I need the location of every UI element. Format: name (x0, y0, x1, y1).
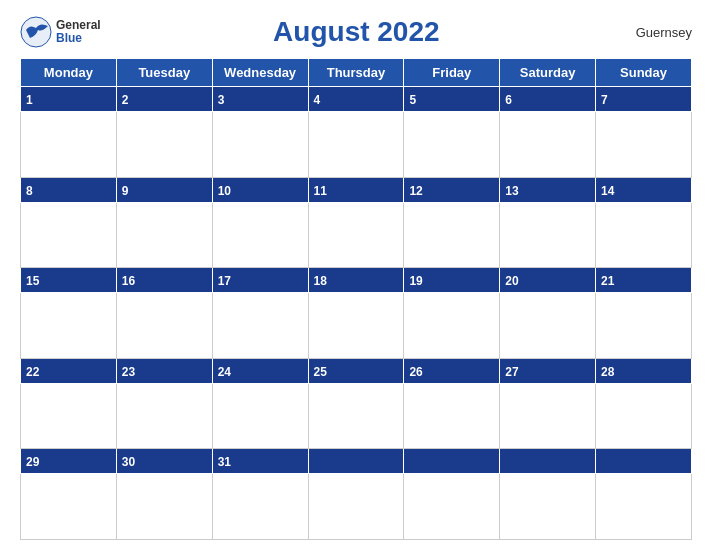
week-1-day-5-cell (404, 112, 500, 177)
week-5-day-1-cell (21, 474, 117, 540)
week-3-day-6-header: 20 (500, 268, 596, 293)
header-sunday: Sunday (596, 59, 692, 87)
week-2-body-row (21, 202, 692, 267)
date-num-12: 12 (409, 184, 422, 198)
week-3-day-5-cell (404, 293, 500, 358)
week-3-day-4-cell (308, 293, 404, 358)
week-1-day-4-cell (308, 112, 404, 177)
header-wednesday: Wednesday (212, 59, 308, 87)
header-saturday: Saturday (500, 59, 596, 87)
week-1-day-7-cell (596, 112, 692, 177)
week-3-day-1-cell (21, 293, 117, 358)
date-num-29: 29 (26, 455, 39, 469)
week-2-day-5-cell (404, 202, 500, 267)
date-num-24: 24 (218, 365, 231, 379)
week-1-body-row (21, 112, 692, 177)
week-5-day-4-cell (308, 474, 404, 540)
date-num-14: 14 (601, 184, 614, 198)
header-tuesday: Tuesday (116, 59, 212, 87)
week-4-day-1-cell (21, 383, 117, 448)
week-3-day-2-cell (116, 293, 212, 358)
week-5-day-4-header (308, 449, 404, 474)
week-3-day-3-cell (212, 293, 308, 358)
week-3-day-1-header: 15 (21, 268, 117, 293)
calendar-title: August 2022 (101, 16, 612, 48)
week-5-day-3-header: 31 (212, 449, 308, 474)
week-3-day-2-header: 16 (116, 268, 212, 293)
week-4-day-4-header: 25 (308, 358, 404, 383)
date-num-7: 7 (601, 93, 608, 107)
calendar-table: Monday Tuesday Wednesday Thursday Friday… (20, 58, 692, 540)
date-num-27: 27 (505, 365, 518, 379)
week-2-day-1-cell (21, 202, 117, 267)
week-1-day-6-cell (500, 112, 596, 177)
week-4-day-4-cell (308, 383, 404, 448)
country-label: Guernsey (612, 25, 692, 40)
week-1-day-6-header: 6 (500, 87, 596, 112)
header-friday: Friday (404, 59, 500, 87)
week-4-body-row (21, 383, 692, 448)
date-num-8: 8 (26, 184, 33, 198)
week-5-day-5-cell (404, 474, 500, 540)
date-num-22: 22 (26, 365, 39, 379)
date-num-19: 19 (409, 274, 422, 288)
week-4-day-7-header: 28 (596, 358, 692, 383)
date-num-2: 2 (122, 93, 129, 107)
week-5-day-7-header (596, 449, 692, 474)
date-num-1: 1 (26, 93, 33, 107)
week-5-day-6-header (500, 449, 596, 474)
date-num-10: 10 (218, 184, 231, 198)
week-1-day-7-header: 7 (596, 87, 692, 112)
week-3-day-5-header: 19 (404, 268, 500, 293)
week-2-day-2-cell (116, 202, 212, 267)
week-1-day-3-header: 3 (212, 87, 308, 112)
date-num-20: 20 (505, 274, 518, 288)
date-num-30: 30 (122, 455, 135, 469)
week-2-day-4-header: 11 (308, 177, 404, 202)
week-2-day-7-header: 14 (596, 177, 692, 202)
date-num-13: 13 (505, 184, 518, 198)
week-1-day-2-header: 2 (116, 87, 212, 112)
logo-blue: Blue (56, 32, 101, 45)
week-2-day-3-cell (212, 202, 308, 267)
week-4-day-7-cell (596, 383, 692, 448)
week-5-day-5-header (404, 449, 500, 474)
week-3-day-3-header: 17 (212, 268, 308, 293)
week-2-day-2-header: 9 (116, 177, 212, 202)
week-1-day-1-cell (21, 112, 117, 177)
week-4-day-6-cell (500, 383, 596, 448)
week-5-day-7-cell (596, 474, 692, 540)
week-1-date-row: 1234567 (21, 87, 692, 112)
date-num-17: 17 (218, 274, 231, 288)
header-monday: Monday (21, 59, 117, 87)
date-num-16: 16 (122, 274, 135, 288)
date-num-15: 15 (26, 274, 39, 288)
date-num-9: 9 (122, 184, 129, 198)
week-1-day-5-header: 5 (404, 87, 500, 112)
logo-text: General Blue (56, 19, 101, 45)
week-3-body-row (21, 293, 692, 358)
week-5-date-row: 293031 (21, 449, 692, 474)
logo-icon (20, 16, 52, 48)
week-4-day-2-header: 23 (116, 358, 212, 383)
week-2-day-7-cell (596, 202, 692, 267)
date-num-6: 6 (505, 93, 512, 107)
header-top: General Blue August 2022 Guernsey (20, 10, 692, 50)
week-3-day-4-header: 18 (308, 268, 404, 293)
week-5-day-3-cell (212, 474, 308, 540)
week-4-date-row: 22232425262728 (21, 358, 692, 383)
week-4-day-6-header: 27 (500, 358, 596, 383)
date-num-4: 4 (314, 93, 321, 107)
date-num-11: 11 (314, 184, 327, 198)
day-headers-row: Monday Tuesday Wednesday Thursday Friday… (21, 59, 692, 87)
logo: General Blue (20, 16, 101, 48)
week-2-date-row: 891011121314 (21, 177, 692, 202)
date-num-18: 18 (314, 274, 327, 288)
week-5-body-row (21, 474, 692, 540)
week-5-day-1-header: 29 (21, 449, 117, 474)
week-2-day-3-header: 10 (212, 177, 308, 202)
date-num-31: 31 (218, 455, 231, 469)
week-1-day-2-cell (116, 112, 212, 177)
date-num-21: 21 (601, 274, 614, 288)
week-4-day-3-cell (212, 383, 308, 448)
